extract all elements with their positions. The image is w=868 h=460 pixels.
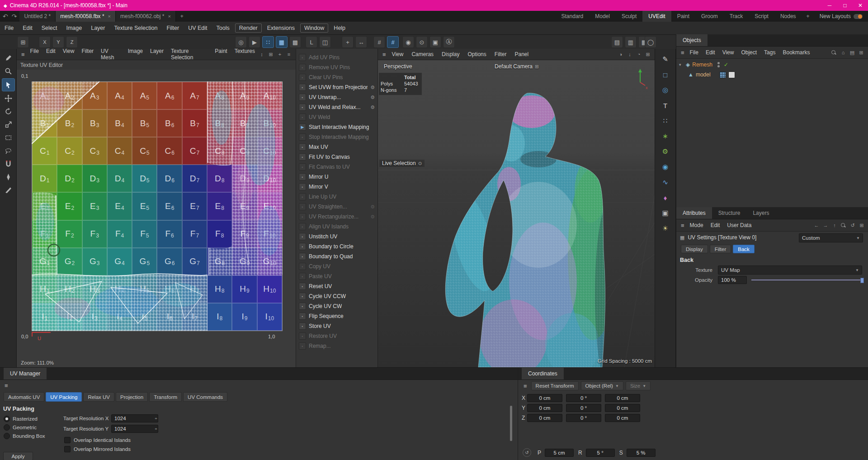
apply-all-icon[interactable]: ↺ [523,448,531,457]
uv-menu-view[interactable]: View [59,48,78,61]
uv-command-uv-weld-and-relax[interactable]: ▪UV Weld and Relax...⚙ [296,102,377,112]
uv-polygon-mode-icon[interactable]: ▦ [276,36,288,48]
search-icon[interactable] [840,223,847,228]
layout-tab-paint[interactable]: Paint [671,11,695,22]
panel-menu-icon[interactable]: ≡ [522,383,529,389]
checkbox-icon[interactable] [64,437,71,443]
viewport-menu-cameras[interactable]: Cameras [407,51,438,57]
object-name[interactable]: Remesh [692,62,712,68]
document-tab-mesh-f00062-obj[interactable]: mesh-f00062.obj *× [116,11,176,22]
viewport-menu-options[interactable]: Options [463,51,490,57]
footer-field-s[interactable]: 5 % [627,449,656,457]
layout-tab-model[interactable]: Model [589,11,616,22]
close-tab-icon[interactable]: × [168,14,170,19]
layout-tab-script[interactable]: Script [749,11,774,22]
coordinate-mode-dropdown[interactable]: Object (Rel)▼ [581,381,623,390]
uv-command-reset-uv[interactable]: ▪Reset UV [296,281,377,291]
uv-menu-texture-selection[interactable]: Texture Selection [167,48,211,61]
slider-knob[interactable] [860,278,864,283]
viewport-menu-panel[interactable]: Panel [510,51,533,57]
brush-tool-icon[interactable] [2,52,14,64]
objects-menu-view[interactable]: View [719,49,738,56]
minimize-button[interactable]: ─ [822,0,837,11]
magnet-tool-icon[interactable] [2,158,14,170]
forward-arrow-icon[interactable]: → [822,223,829,228]
menu-file[interactable]: File [0,24,18,33]
filter-icon[interactable]: ▤ [849,50,855,56]
camera-icon[interactable]: ▣ [659,206,672,220]
uv-menu-paint[interactable]: Paint [211,48,231,61]
snap-point-icon[interactable]: ⊙ [416,36,428,48]
light-icon[interactable]: ☀ [659,222,672,235]
uv-manager-tab-projection[interactable]: Projection [116,392,148,402]
torus-icon[interactable]: ◎ [659,83,672,97]
gear-icon[interactable]: ⚙ [370,104,375,110]
menu-window[interactable]: Window [300,24,328,33]
gear-icon[interactable]: ⚙ [370,214,375,220]
axis-lock-y[interactable]: Y [52,36,64,48]
uv-command-fit-uv-to-canvas[interactable]: ▪Fit UV to Canvas [296,152,377,162]
menu-uv-edit[interactable]: UV Edit [184,24,212,33]
scale-tool-icon[interactable] [2,119,14,131]
grid-snap-icon[interactable]: # [387,36,399,48]
uv-menu-uv-mesh[interactable]: UV Mesh [97,48,124,61]
uv-manager-tab-automatic-uv[interactable]: Automatic UV [4,392,44,402]
scale-field[interactable]: 0 cm [605,394,640,402]
tab-uv-manager[interactable]: UV Manager [4,368,47,379]
enabled-check-icon[interactable]: ✓ [724,62,728,68]
footer-field-p[interactable]: 5 cm [545,449,574,457]
checkbox-overlap-identical-islands[interactable]: Overlap Identical Islands [64,436,131,445]
menu-help[interactable]: Help [329,24,350,33]
field-input[interactable]: 1024 [111,414,158,422]
grid-icon[interactable]: # [373,36,385,48]
close-button[interactable]: ✕ [853,0,868,11]
uv-command-boundary-to-circle[interactable]: ▪Boundary to Circle [296,242,377,251]
auto-snap-icon[interactable]: Ⓐ [443,36,455,48]
close-tab-icon[interactable]: × [108,14,111,19]
menu-texture-selection[interactable]: Texture Selection [109,24,162,33]
document-tab-untitled-2[interactable]: Untitled 2 * [19,11,56,22]
objects-menu-edit[interactable]: Edit [702,49,719,56]
uv-command-uv-unwrap[interactable]: ▪UV Unwrap...⚙ [296,92,377,102]
selection-tag-icon[interactable] [728,71,735,78]
add-document-button[interactable]: + [176,11,188,22]
character-icon[interactable]: ♦ [659,191,672,204]
uv-menu-textures[interactable]: Textures [231,48,259,61]
panel-menu-icon[interactable]: ≡ [286,52,292,57]
new-layouts-toggle[interactable]: New Layouts [814,11,868,22]
uv-command-flip-sequence[interactable]: ▪Flip Sequence [296,311,377,321]
panel-menu-icon[interactable]: ≡ [5,382,8,389]
shading-icon[interactable]: ◑ [618,52,624,57]
uv-manager-tab-uv-packing[interactable]: UV Packing [46,392,82,402]
footer-field-r[interactable]: 5 ° [586,449,615,457]
opacity-value-field[interactable]: 100 % [718,276,747,284]
refresh-icon[interactable]: ↺ [849,223,856,228]
viewport-menu-filter[interactable]: Filter [491,51,511,57]
menu-filter[interactable]: Filter [162,24,184,33]
position-field[interactable]: 0 cm [527,394,562,402]
display-button[interactable]: Display [681,245,708,253]
expand-caret-icon[interactable]: ▾ [679,62,684,67]
uv-point-mode-icon[interactable]: ∷ [262,36,274,48]
radio-icon[interactable] [4,416,10,422]
rotation-field[interactable]: 0 ° [566,414,601,422]
menu-image[interactable]: Image [61,24,86,33]
panel-menu-icon[interactable]: ≡ [19,51,27,58]
radio-icon[interactable] [4,424,10,431]
scale-field[interactable]: 0 cm [605,414,640,422]
attributes-menu-edit[interactable]: Edit [707,222,724,228]
uv-canvas[interactable]: 0,1 A1A2A3A4A5A6A7A8A9A10B1B2B3B4B5B6B7B… [17,70,296,367]
knife-tool-icon[interactable] [2,184,14,196]
array-icon[interactable]: ∗ [659,129,672,143]
visibility-dots-icon[interactable] [717,62,720,67]
uv-menu-filter[interactable]: Filter [78,48,97,61]
scale-settings-icon[interactable]: ↔ [355,36,367,48]
uv-command-boundary-to-quad[interactable]: ▪Boundary to Quad [296,251,377,261]
tab-attributes[interactable]: Attributes [676,207,712,219]
move-tool-icon[interactable] [2,92,14,104]
up-arrow-icon[interactable]: ↑ [831,223,838,228]
tab-layers[interactable]: Layers [746,207,775,219]
menu-render[interactable]: Render [235,24,262,33]
toggle-switch-icon[interactable] [854,14,863,19]
gear-icon[interactable]: ⚙ [370,204,375,210]
